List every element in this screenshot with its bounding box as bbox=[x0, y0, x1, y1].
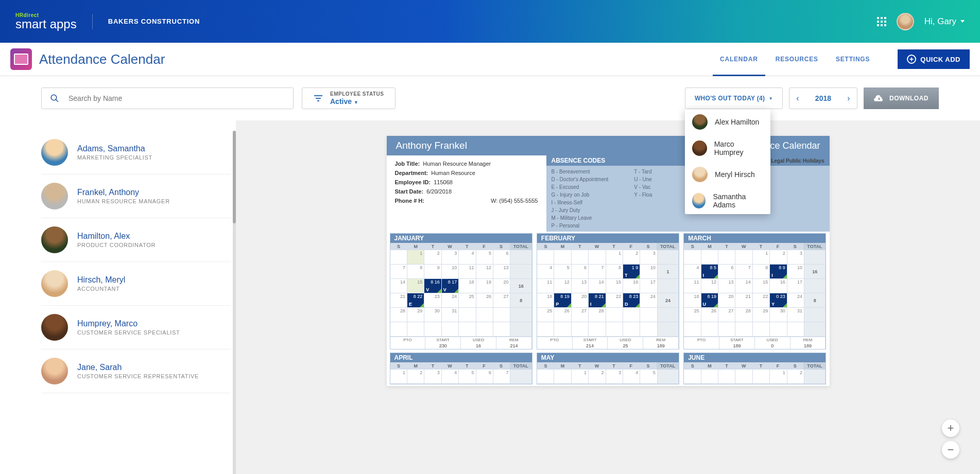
calendar-day[interactable]: 8 bbox=[407, 265, 424, 279]
calendar-day[interactable]: 20 bbox=[718, 293, 735, 308]
calendar-day[interactable]: 8 9I bbox=[770, 265, 787, 279]
calendar-day[interactable]: 18 bbox=[537, 293, 554, 308]
calendar-day[interactable]: 22 bbox=[606, 293, 623, 308]
calendar-day[interactable]: 8 19U bbox=[701, 293, 718, 308]
calendar-day[interactable] bbox=[735, 370, 752, 384]
calendar-day[interactable]: 24 bbox=[787, 293, 804, 308]
employee-item[interactable]: Hirsch, MerylACCOUNTANT bbox=[41, 262, 231, 306]
calendar-day[interactable] bbox=[623, 308, 640, 322]
calendar-day[interactable] bbox=[735, 322, 752, 337]
calendar-day[interactable]: 27 bbox=[718, 308, 735, 322]
whos-out-item[interactable]: Meryl Hirsch bbox=[685, 162, 770, 187]
calendar-day[interactable]: 21 bbox=[390, 293, 407, 308]
calendar-day[interactable] bbox=[493, 322, 510, 337]
calendar-day[interactable]: 18 bbox=[684, 293, 701, 308]
calendar-day[interactable]: 3 bbox=[787, 250, 804, 265]
calendar-day[interactable]: 9 bbox=[424, 265, 441, 279]
whos-out-item[interactable]: Alex Hamilton bbox=[685, 109, 770, 135]
calendar-day[interactable] bbox=[493, 308, 510, 322]
calendar-day[interactable]: 7 bbox=[390, 265, 407, 279]
calendar-day[interactable] bbox=[554, 250, 571, 265]
calendar-day[interactable]: 25 bbox=[459, 293, 476, 308]
calendar-day[interactable]: 4 bbox=[537, 265, 554, 279]
calendar-day[interactable]: 6 bbox=[572, 265, 589, 279]
calendar-day[interactable] bbox=[572, 322, 589, 337]
calendar-day[interactable] bbox=[459, 322, 476, 337]
calendar-day[interactable]: 20 bbox=[493, 279, 510, 293]
whos-out-item[interactable]: Samantha Adams bbox=[685, 187, 770, 214]
calendar-day[interactable]: 2 bbox=[407, 370, 424, 384]
calendar-day[interactable] bbox=[554, 322, 571, 337]
calendar-day[interactable] bbox=[684, 322, 701, 337]
calendar-day[interactable]: 31 bbox=[442, 308, 459, 322]
calendar-day[interactable]: 5 bbox=[640, 370, 657, 384]
calendar-day[interactable]: 16 bbox=[770, 279, 787, 293]
calendar-day[interactable]: 8 21I bbox=[589, 293, 606, 308]
calendar-day[interactable]: 21 bbox=[735, 293, 752, 308]
user-greeting[interactable]: Hi, Gary bbox=[924, 16, 965, 27]
calendar-day[interactable]: 6 bbox=[476, 370, 493, 384]
calendar-day[interactable] bbox=[390, 322, 407, 337]
calendar-day[interactable]: 6 bbox=[493, 250, 510, 265]
calendar-day[interactable]: 2 bbox=[770, 250, 787, 265]
calendar-day[interactable]: 13 bbox=[493, 265, 510, 279]
calendar-day[interactable]: 5 bbox=[459, 370, 476, 384]
calendar-day[interactable]: 3 bbox=[606, 370, 623, 384]
calendar-day[interactable]: 12 bbox=[701, 279, 718, 293]
calendar-day[interactable]: 1 bbox=[770, 370, 787, 384]
calendar-day[interactable]: 10 bbox=[442, 265, 459, 279]
calendar-day[interactable]: 28 bbox=[390, 308, 407, 322]
tab-resources[interactable]: RESOURCES bbox=[776, 43, 818, 76]
search-input[interactable] bbox=[68, 94, 285, 102]
calendar-day[interactable]: 24 bbox=[640, 293, 657, 308]
calendar-day[interactable]: 26 bbox=[554, 308, 571, 322]
calendar-day[interactable]: 15 bbox=[753, 279, 770, 293]
calendar-day[interactable]: 30 bbox=[424, 308, 441, 322]
calendar-day[interactable]: 8 23D bbox=[623, 293, 640, 308]
calendar-day[interactable]: 8 16V bbox=[424, 279, 441, 293]
calendar-day[interactable] bbox=[640, 322, 657, 337]
calendar-day[interactable]: 3 bbox=[442, 250, 459, 265]
calendar-day[interactable]: 1 bbox=[407, 250, 424, 265]
calendar-day[interactable] bbox=[718, 370, 735, 384]
zoom-in-button[interactable]: + bbox=[942, 419, 959, 437]
calendar-day[interactable] bbox=[554, 370, 571, 384]
calendar-day[interactable]: 27 bbox=[493, 293, 510, 308]
calendar-day[interactable]: 11 bbox=[684, 279, 701, 293]
calendar-day[interactable]: 5 bbox=[554, 265, 571, 279]
calendar-day[interactable] bbox=[718, 250, 735, 265]
calendar-day[interactable]: 4 bbox=[684, 265, 701, 279]
search-box[interactable] bbox=[41, 87, 294, 109]
calendar-day[interactable]: 1 bbox=[572, 370, 589, 384]
calendar-day[interactable]: 29 bbox=[753, 308, 770, 322]
calendar-day[interactable]: 14 bbox=[735, 279, 752, 293]
calendar-day[interactable]: 8 19P bbox=[554, 293, 571, 308]
calendar-day[interactable] bbox=[701, 250, 718, 265]
download-button[interactable]: DOWNLOAD bbox=[864, 87, 939, 109]
calendar-day[interactable]: 2 bbox=[589, 370, 606, 384]
calendar-day[interactable] bbox=[424, 322, 441, 337]
calendar-day[interactable] bbox=[701, 322, 718, 337]
calendar-day[interactable]: 28 bbox=[735, 308, 752, 322]
calendar-day[interactable] bbox=[589, 250, 606, 265]
calendar-day[interactable] bbox=[442, 322, 459, 337]
calendar-day[interactable]: 6 bbox=[718, 265, 735, 279]
calendar-day[interactable] bbox=[476, 322, 493, 337]
tab-calendar[interactable]: CALENDAR bbox=[720, 43, 758, 76]
calendar-day[interactable]: 24 bbox=[442, 293, 459, 308]
calendar-day[interactable]: 12 bbox=[476, 265, 493, 279]
calendar-day[interactable] bbox=[476, 308, 493, 322]
calendar-day[interactable] bbox=[572, 250, 589, 265]
calendar-day[interactable] bbox=[606, 322, 623, 337]
calendar-day[interactable]: 0 23Y bbox=[770, 293, 787, 308]
calendar-day[interactable] bbox=[701, 370, 718, 384]
apps-grid-icon[interactable] bbox=[877, 17, 886, 26]
calendar-day[interactable]: 12 bbox=[554, 279, 571, 293]
calendar-day[interactable]: 8 22E bbox=[407, 293, 424, 308]
employee-item[interactable]: Humprey, MarcoCUSTOMER SERVICE SPECIALIS… bbox=[41, 306, 231, 349]
calendar-day[interactable]: 25 bbox=[684, 308, 701, 322]
year-prev-button[interactable]: ‹ bbox=[789, 94, 806, 103]
quick-add-button[interactable]: + QUICK ADD bbox=[898, 49, 970, 69]
calendar-day[interactable]: 17 bbox=[640, 279, 657, 293]
zoom-out-button[interactable]: − bbox=[942, 441, 959, 459]
